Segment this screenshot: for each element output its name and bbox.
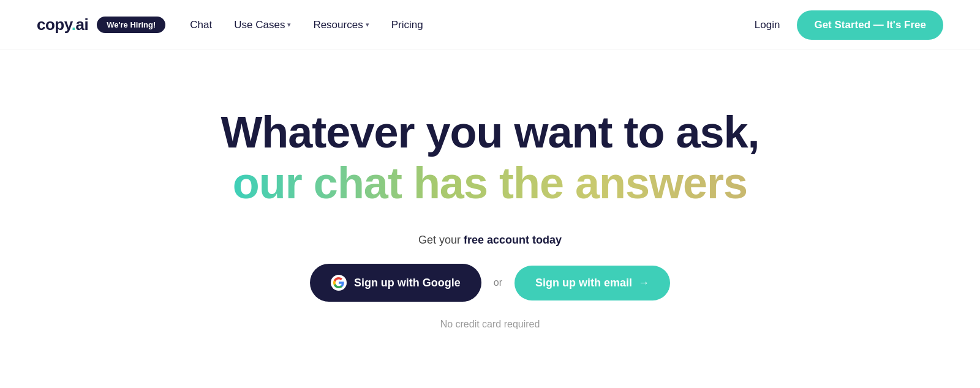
- logo[interactable]: copy.ai We're Hiring!: [37, 15, 165, 34]
- get-started-button[interactable]: Get Started — It's Free: [797, 10, 943, 40]
- chevron-down-icon: ▾: [287, 21, 291, 29]
- chevron-down-icon: ▾: [366, 21, 369, 29]
- signup-email-label: Sign up with email: [535, 277, 632, 289]
- arrow-icon: →: [638, 277, 649, 289]
- signup-google-button[interactable]: Sign up with Google: [310, 264, 481, 302]
- login-link[interactable]: Login: [755, 19, 780, 31]
- nav-link-resources[interactable]: Resources ▾: [313, 19, 369, 31]
- nav-links: Chat Use Cases ▾ Resources ▾ Pricing: [190, 19, 754, 31]
- signup-google-label: Sign up with Google: [354, 277, 461, 289]
- nav-right: Login Get Started — It's Free: [755, 10, 943, 40]
- hero-headline-line2: our chat has the answers: [233, 157, 747, 209]
- hero-section: Whatever you want to ask, our chat has t…: [0, 50, 980, 388]
- nav-link-use-cases[interactable]: Use Cases ▾: [234, 19, 291, 31]
- nav-link-pricing[interactable]: Pricing: [391, 19, 423, 31]
- nav-link-chat[interactable]: Chat: [190, 19, 212, 31]
- hero-cta-text: Get your free account today: [418, 234, 562, 247]
- no-credit-card-text: No credit card required: [440, 319, 540, 330]
- cta-buttons: Sign up with Google or Sign up with emai…: [310, 264, 670, 302]
- logo-text: copy.ai: [37, 15, 88, 34]
- hero-headline-line1: Whatever you want to ask,: [221, 108, 759, 157]
- google-g-svg: [333, 277, 344, 288]
- navbar: copy.ai We're Hiring! Chat Use Cases ▾ R…: [0, 0, 980, 50]
- signup-email-button[interactable]: Sign up with email →: [514, 266, 670, 300]
- logo-copy: copy: [37, 15, 72, 34]
- or-divider: or: [494, 277, 502, 288]
- google-icon: [331, 275, 347, 291]
- logo-dot: .: [72, 15, 76, 34]
- hiring-badge[interactable]: We're Hiring!: [97, 17, 165, 33]
- logo-ai: ai: [76, 15, 89, 34]
